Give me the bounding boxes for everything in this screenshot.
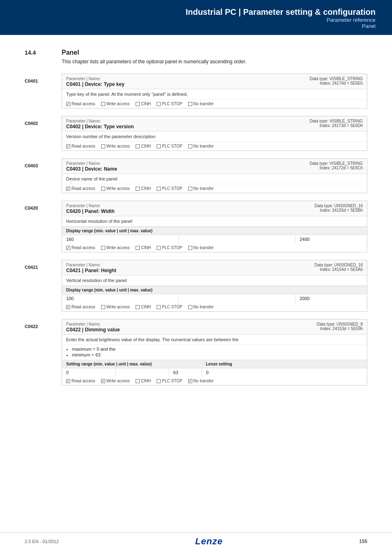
- access-label: No transfer: [194, 305, 214, 309]
- setting-value: 0: [202, 368, 367, 377]
- unchecked-checkbox: [101, 305, 105, 309]
- param-box-c0422: Parameter | Name:C0422 | Dimming valueDa…: [62, 319, 367, 386]
- param-full-name-c0422: C0422 | Dimming value: [66, 327, 120, 333]
- range-table-c0420: Display range (min. value | unit | max. …: [62, 227, 367, 243]
- param-section-c0422: C0422Parameter | Name:C0422 | Dimming va…: [25, 319, 367, 393]
- param-datatype-c0421: Data type: UNSIGNED_16Index: 24154d = 5E…: [314, 263, 363, 272]
- param-section-c0403: C0403Parameter | Name:C0403 | Device: Na…: [25, 158, 367, 201]
- range-unit: [115, 368, 169, 377]
- access-item: Write access: [101, 186, 130, 191]
- param-header-c0422: Parameter | Name:C0422 | Dimming valueDa…: [62, 319, 367, 335]
- param-description-c0422: Enter the actual brightness value of the…: [62, 335, 367, 345]
- param-label-c0401: Parameter | Name:: [66, 76, 125, 81]
- chapter-description: This chapter lists all parameters of the…: [62, 59, 367, 65]
- access-label: CINH: [141, 186, 151, 191]
- access-item: CINH: [136, 379, 151, 383]
- param-access-c0422: Read accessWrite accessCINHPLC STOPNo tr…: [62, 377, 367, 385]
- access-label: Read access: [71, 102, 95, 106]
- range-header: Display range (min. value | unit | max. …: [62, 227, 367, 235]
- checked-checkbox: [66, 305, 70, 309]
- access-label: CINH: [141, 245, 151, 250]
- param-section-c0401: C0401Parameter | Name:C0401 | Device: Ty…: [25, 74, 367, 116]
- unchecked-checkbox: [136, 144, 140, 148]
- page-footer: 2.5 EN - 01/2012 Lenze 155: [0, 532, 392, 547]
- access-item: No transfer: [188, 186, 214, 191]
- param-header-c0402: Parameter | Name:C0402 | Device: Type ve…: [62, 116, 367, 132]
- unchecked-checkbox: [157, 187, 161, 191]
- access-item: PLC STOP: [157, 379, 182, 383]
- access-item: No transfer: [188, 102, 214, 106]
- access-label: Read access: [71, 245, 95, 250]
- access-label: Read access: [71, 379, 95, 383]
- param-full-name-c0403: C0403 | Device: Name: [66, 166, 117, 172]
- access-item: CINH: [136, 305, 151, 309]
- checked-checkbox: [188, 379, 192, 383]
- param-datatype-c0420: Data type: UNSIGNED_16Index: 24155d = 5E…: [314, 204, 363, 213]
- param-description-c0401: Type key of the panel. At the moment onl…: [62, 89, 367, 99]
- unchecked-checkbox: [188, 305, 192, 309]
- access-item: Read access: [66, 379, 95, 383]
- access-item: No transfer: [188, 305, 214, 309]
- unchecked-checkbox: [188, 187, 192, 191]
- access-item: PLC STOP: [157, 186, 182, 191]
- access-label: CINH: [141, 305, 151, 309]
- unchecked-checkbox: [136, 246, 140, 250]
- access-item: Write access: [101, 144, 130, 148]
- range-max: 2400: [295, 235, 367, 244]
- access-item: PLC STOP: [157, 245, 182, 250]
- param-section-c0421: C0421Parameter | Name:C0421 | Panel: Hei…: [25, 260, 367, 319]
- access-item: Read access: [66, 144, 95, 148]
- param-label-c0402: Parameter | Name:: [66, 119, 134, 123]
- access-label: Write access: [106, 305, 130, 309]
- access-label: No transfer: [194, 245, 214, 250]
- access-label: Write access: [106, 102, 130, 106]
- param-access-c0402: Read accessWrite accessCINHPLC STOPNo tr…: [62, 142, 367, 150]
- setting-label: Lenze setting: [202, 360, 367, 368]
- footer-page: 155: [359, 539, 367, 544]
- param-header-c0421: Parameter | Name:C0421 | Panel: HeightDa…: [62, 260, 367, 275]
- param-section-c0420: C0420Parameter | Name:C0420 | Panel: Wid…: [25, 201, 367, 260]
- access-item: Write access: [101, 379, 130, 383]
- param-header-c0401: Parameter | Name:C0401 | Device: Type ke…: [62, 74, 367, 89]
- checked-checkbox: [66, 246, 70, 250]
- param-id-c0421: C0421: [25, 260, 62, 270]
- access-label: No transfer: [194, 144, 214, 148]
- unchecked-checkbox: [157, 305, 161, 309]
- param-bullets-c0422: maximum = 0 and theminimum = 63: [62, 345, 367, 360]
- access-label: Read access: [71, 305, 95, 309]
- access-label: No transfer: [194, 186, 214, 191]
- access-item: No transfer: [188, 245, 214, 250]
- access-label: Write access: [106, 379, 130, 383]
- range-table-c0422: Setting range (min. value | unit | max. …: [62, 360, 367, 377]
- access-item: Write access: [101, 305, 130, 309]
- param-description-c0420: Horizontal resolution of the panel: [62, 216, 367, 227]
- parameters-list: C0401Parameter | Name:C0401 | Device: Ty…: [25, 74, 367, 393]
- chapter-heading: 14.4 Panel: [25, 49, 367, 56]
- unchecked-checkbox: [101, 187, 105, 191]
- access-label: CINH: [141, 379, 151, 383]
- range-max: 63: [169, 368, 202, 377]
- param-description-c0421: Vertical resolution of the panel: [62, 275, 367, 286]
- param-access-c0420: Read accessWrite accessCINHPLC STOPNo tr…: [62, 243, 367, 252]
- param-label-c0421: Parameter | Name:: [66, 263, 116, 267]
- access-label: No transfer: [194, 102, 214, 106]
- unchecked-checkbox: [101, 102, 105, 106]
- chapter-title: Panel: [62, 49, 79, 56]
- access-label: PLC STOP: [162, 186, 182, 191]
- param-label-c0422: Parameter | Name:: [66, 322, 120, 326]
- page-header: Industrial PC | Parameter setting & conf…: [0, 0, 392, 35]
- access-item: No transfer: [188, 144, 214, 148]
- param-access-c0421: Read accessWrite accessCINHPLC STOPNo tr…: [62, 303, 367, 311]
- param-box-c0402: Parameter | Name:C0402 | Device: Type ve…: [62, 116, 367, 151]
- access-label: PLC STOP: [162, 102, 182, 106]
- param-access-c0401: Read accessWrite accessCINHPLC STOPNo tr…: [62, 99, 367, 108]
- unchecked-checkbox: [157, 246, 161, 250]
- param-label-c0420: Parameter | Name:: [66, 204, 115, 208]
- access-item: Read access: [66, 245, 95, 250]
- param-datatype-c0401: Data type: VISIBLE_STRINGIndex: 24174d =…: [310, 76, 363, 86]
- access-item: Read access: [66, 305, 95, 309]
- bullet-item: maximum = 0 and the: [72, 347, 363, 352]
- param-description-c0402: Version number of the parameter descript…: [62, 132, 367, 142]
- range-header: Setting range (min. value | unit | max. …: [62, 360, 202, 368]
- param-id-c0402: C0402: [25, 116, 62, 126]
